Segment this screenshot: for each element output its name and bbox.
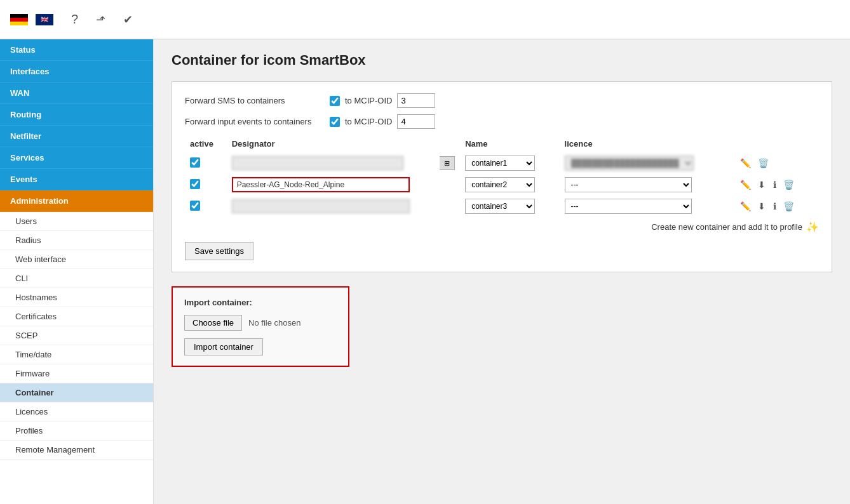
sidebar-item-status[interactable]: Status: [0, 39, 153, 61]
row3-download-icon[interactable]: ⬇: [755, 200, 768, 213]
import-section: Import container: Choose file No file ch…: [172, 286, 349, 367]
sidebar: Status Interfaces WAN Routing Netfilter …: [0, 39, 154, 504]
table-row: ⊞ container1 container2 container3: [185, 152, 819, 174]
row1-delete-icon[interactable]: 🗑️: [755, 157, 771, 169]
topbar: 🇬🇧 ? ⬏ ✔: [0, 0, 850, 39]
row3-designator-input[interactable]: [232, 199, 410, 213]
row3-name-select[interactable]: container1 container2 container3: [465, 199, 535, 214]
row1-licence-select[interactable]: ████████████████████: [565, 156, 694, 171]
row1-active-checkbox[interactable]: [190, 157, 200, 168]
events-checkbox[interactable]: [330, 117, 340, 127]
sidebar-item-services[interactable]: Services: [0, 147, 153, 169]
events-mcip-label: to MCIP-OID: [345, 117, 392, 126]
sidebar-item-container[interactable]: Container: [0, 383, 153, 402]
row3-delete-icon[interactable]: 🗑️: [781, 200, 797, 213]
sms-label: Forward SMS to containers: [185, 96, 325, 105]
col-licence: licence: [560, 135, 732, 152]
events-label: Forward input events to containers: [185, 117, 325, 126]
sidebar-item-timedate[interactable]: Time/date: [0, 345, 153, 364]
save-settings-button[interactable]: Save settings: [185, 242, 253, 260]
check-icon[interactable]: ✔: [123, 13, 133, 27]
row1-designator-wrapper: ⊞: [232, 156, 455, 170]
sidebar-item-profiles[interactable]: Profiles: [0, 421, 153, 441]
events-row: Forward input events to containers to MC…: [185, 114, 819, 129]
row1-designator-btn[interactable]: ⊞: [440, 156, 455, 170]
create-container-label: Create new container and add it to profi…: [651, 222, 802, 232]
sidebar-item-licences[interactable]: Licences: [0, 402, 153, 421]
row2-download-icon[interactable]: ⬇: [755, 178, 768, 191]
sidebar-item-certificates[interactable]: Certificates: [0, 307, 153, 326]
flag-english[interactable]: 🇬🇧: [36, 14, 53, 25]
import-title: Import container:: [184, 298, 337, 307]
row3-licence-select[interactable]: ---: [565, 199, 692, 214]
sidebar-item-netfilter[interactable]: Netfilter: [0, 126, 153, 147]
row2-designator-input[interactable]: [232, 177, 410, 192]
sidebar-item-users[interactable]: Users: [0, 212, 153, 231]
container-table: active Designator Name licence: [185, 135, 819, 217]
table-row: container1 container2 container3 ---: [185, 196, 819, 217]
sms-row: Forward SMS to containers to MCIP-OID: [185, 93, 819, 108]
row1-edit-icon[interactable]: ✏️: [738, 157, 753, 169]
sms-checkbox[interactable]: [330, 96, 340, 106]
sidebar-item-cli[interactable]: CLI: [0, 269, 153, 288]
row2-delete-icon[interactable]: 🗑️: [781, 178, 797, 191]
row2-edit-icon[interactable]: ✏️: [738, 178, 753, 191]
col-active: active: [185, 135, 227, 152]
sidebar-item-administration[interactable]: Administration: [0, 190, 153, 212]
sms-mcip-label: to MCIP-OID: [345, 96, 392, 105]
main-settings-card: Forward SMS to containers to MCIP-OID Fo…: [172, 81, 832, 272]
sidebar-item-firmware[interactable]: Firmware: [0, 364, 153, 383]
login-icon[interactable]: ⬏: [96, 13, 105, 27]
sidebar-item-radius[interactable]: Radius: [0, 231, 153, 250]
row3-edit-icon[interactable]: ✏️: [738, 200, 753, 213]
sidebar-item-routing[interactable]: Routing: [0, 104, 153, 126]
import-file-row: Choose file No file chosen: [184, 315, 337, 331]
row3-info-icon[interactable]: ℹ: [771, 200, 779, 213]
sidebar-item-web-interface[interactable]: Web interface: [0, 250, 153, 269]
create-container-row: Create new container and add it to profi…: [185, 221, 819, 233]
sidebar-item-hostnames[interactable]: Hostnames: [0, 288, 153, 307]
sidebar-item-interfaces[interactable]: Interfaces: [0, 61, 153, 83]
row2-licence-select[interactable]: ---: [565, 177, 692, 192]
sidebar-item-remote-management[interactable]: Remote Management: [0, 441, 153, 460]
row2-name-select[interactable]: container1 container2 container3: [465, 177, 535, 192]
create-container-icon[interactable]: ✨: [806, 221, 819, 233]
page-title: Container for icom SmartBox: [172, 52, 832, 69]
row2-info-icon[interactable]: ℹ: [771, 178, 779, 191]
col-name: Name: [460, 135, 559, 152]
sms-mcip-input[interactable]: [397, 93, 435, 108]
container-table-section: active Designator Name licence: [185, 135, 819, 233]
row3-active-checkbox[interactable]: [190, 201, 200, 211]
sidebar-item-events[interactable]: Events: [0, 169, 153, 190]
choose-file-button[interactable]: Choose file: [184, 315, 242, 331]
import-container-button[interactable]: Import container: [184, 338, 263, 355]
row2-active-checkbox[interactable]: [190, 179, 200, 189]
sidebar-item-scep[interactable]: SCEP: [0, 326, 153, 345]
table-row: container1 container2 container3 ---: [185, 174, 819, 196]
row1-name-select[interactable]: container1 container2 container3: [465, 156, 535, 171]
help-icon[interactable]: ?: [71, 12, 78, 27]
col-designator: Designator: [227, 135, 461, 152]
no-file-label: No file chosen: [248, 318, 300, 328]
flag-german[interactable]: [10, 14, 28, 25]
sidebar-item-wan[interactable]: WAN: [0, 83, 153, 104]
events-mcip-input[interactable]: [397, 114, 435, 129]
row1-designator-input[interactable]: [232, 156, 403, 170]
content-area: Container for icom SmartBox Forward SMS …: [154, 39, 850, 504]
